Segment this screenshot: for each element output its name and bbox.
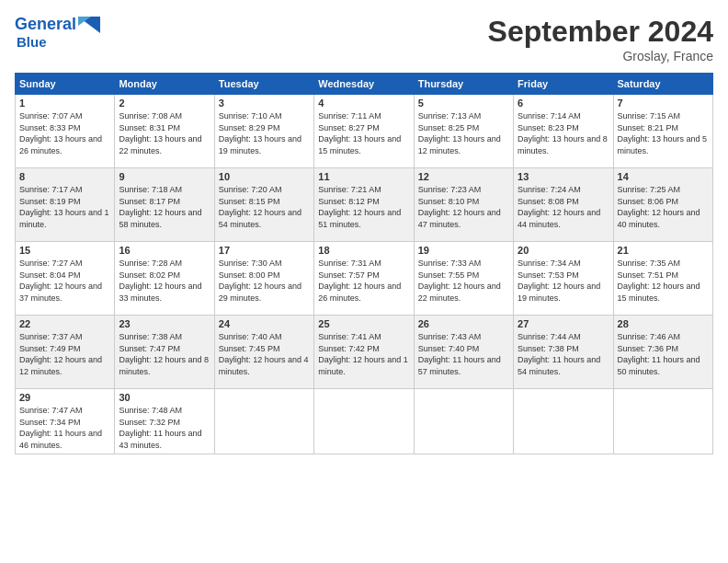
- day-number: 23: [119, 318, 210, 329]
- day-number: 2: [119, 98, 210, 109]
- table-row: 13 Sunrise: 7:24 AM Sunset: 8:08 PM Dayl…: [514, 168, 613, 242]
- table-row: 7 Sunrise: 7:15 AM Sunset: 8:21 PM Dayli…: [613, 95, 712, 168]
- calendar-row-4: 29 Sunrise: 7:47 AM Sunset: 7:34 PM Dayl…: [16, 389, 713, 454]
- table-row: 9 Sunrise: 7:18 AM Sunset: 8:17 PM Dayli…: [115, 168, 214, 242]
- day-number: 14: [618, 171, 709, 182]
- day-detail: Sunrise: 7:43 AM Sunset: 7:40 PM Dayligh…: [418, 331, 509, 377]
- table-row: 16 Sunrise: 7:28 AM Sunset: 8:02 PM Dayl…: [115, 242, 214, 316]
- table-row: 11 Sunrise: 7:21 AM Sunset: 8:12 PM Dayl…: [314, 168, 414, 242]
- day-number: 1: [19, 98, 110, 109]
- day-number: 3: [219, 98, 310, 109]
- table-row: 15 Sunrise: 7:27 AM Sunset: 8:04 PM Dayl…: [16, 242, 115, 316]
- day-number: 6: [518, 98, 609, 109]
- day-detail: Sunrise: 7:33 AM Sunset: 7:55 PM Dayligh…: [418, 258, 509, 304]
- table-row: [613, 389, 712, 454]
- day-detail: Sunrise: 7:10 AM Sunset: 8:29 PM Dayligh…: [219, 110, 310, 156]
- day-number: 4: [318, 98, 409, 109]
- day-detail: Sunrise: 7:13 AM Sunset: 8:25 PM Dayligh…: [418, 110, 509, 156]
- day-number: 8: [19, 171, 110, 182]
- day-detail: Sunrise: 7:35 AM Sunset: 7:51 PM Dayligh…: [618, 258, 709, 304]
- table-row: 10 Sunrise: 7:20 AM Sunset: 8:15 PM Dayl…: [214, 168, 313, 242]
- day-number: 17: [219, 245, 310, 256]
- day-number: 27: [518, 318, 609, 329]
- title-section: September 2024 Groslay, France: [488, 15, 713, 63]
- day-number: 19: [418, 245, 509, 256]
- col-monday: Monday: [115, 74, 214, 95]
- table-row: 4 Sunrise: 7:11 AM Sunset: 8:27 PM Dayli…: [314, 95, 414, 168]
- table-row: [214, 389, 313, 454]
- day-detail: Sunrise: 7:28 AM Sunset: 8:02 PM Dayligh…: [119, 258, 210, 304]
- day-detail: Sunrise: 7:48 AM Sunset: 7:32 PM Dayligh…: [119, 405, 210, 451]
- day-detail: Sunrise: 7:25 AM Sunset: 8:06 PM Dayligh…: [618, 184, 709, 230]
- logo: General Blue: [15, 15, 100, 50]
- table-row: 2 Sunrise: 7:08 AM Sunset: 8:31 PM Dayli…: [115, 95, 214, 168]
- logo-general: General: [15, 15, 76, 34]
- page: General Blue September 2024 Groslay, Fra…: [0, 0, 728, 563]
- header-row: Sunday Monday Tuesday Wednesday Thursday…: [16, 74, 713, 95]
- day-detail: Sunrise: 7:41 AM Sunset: 7:42 PM Dayligh…: [318, 331, 409, 377]
- table-row: [314, 389, 414, 454]
- day-number: 21: [618, 245, 709, 256]
- table-row: 27 Sunrise: 7:44 AM Sunset: 7:38 PM Dayl…: [514, 316, 613, 389]
- location: Groslay, France: [488, 49, 713, 63]
- table-row: 29 Sunrise: 7:47 AM Sunset: 7:34 PM Dayl…: [16, 389, 115, 454]
- day-number: 9: [119, 171, 210, 182]
- table-row: 21 Sunrise: 7:35 AM Sunset: 7:51 PM Dayl…: [613, 242, 712, 316]
- day-number: 29: [19, 392, 110, 403]
- day-detail: Sunrise: 7:14 AM Sunset: 8:23 PM Dayligh…: [518, 110, 609, 156]
- day-detail: Sunrise: 7:30 AM Sunset: 8:00 PM Dayligh…: [219, 258, 310, 304]
- table-row: 12 Sunrise: 7:23 AM Sunset: 8:10 PM Dayl…: [414, 168, 513, 242]
- day-detail: Sunrise: 7:23 AM Sunset: 8:10 PM Dayligh…: [418, 184, 509, 230]
- day-number: 24: [219, 318, 310, 329]
- table-row: 18 Sunrise: 7:31 AM Sunset: 7:57 PM Dayl…: [314, 242, 414, 316]
- day-number: 7: [618, 98, 709, 109]
- day-number: 18: [318, 245, 409, 256]
- table-row: 14 Sunrise: 7:25 AM Sunset: 8:06 PM Dayl…: [613, 168, 712, 242]
- table-row: 28 Sunrise: 7:46 AM Sunset: 7:36 PM Dayl…: [613, 316, 712, 389]
- col-wednesday: Wednesday: [314, 74, 414, 95]
- day-detail: Sunrise: 7:38 AM Sunset: 7:47 PM Dayligh…: [119, 331, 210, 377]
- table-row: [514, 389, 613, 454]
- day-detail: Sunrise: 7:47 AM Sunset: 7:34 PM Dayligh…: [19, 405, 110, 451]
- table-row: 8 Sunrise: 7:17 AM Sunset: 8:19 PM Dayli…: [16, 168, 115, 242]
- day-detail: Sunrise: 7:31 AM Sunset: 7:57 PM Dayligh…: [318, 258, 409, 304]
- day-detail: Sunrise: 7:34 AM Sunset: 7:53 PM Dayligh…: [518, 258, 609, 304]
- day-number: 16: [119, 245, 210, 256]
- day-detail: Sunrise: 7:40 AM Sunset: 7:45 PM Dayligh…: [219, 331, 310, 377]
- day-detail: Sunrise: 7:20 AM Sunset: 8:15 PM Dayligh…: [219, 184, 310, 230]
- col-saturday: Saturday: [613, 74, 712, 95]
- day-detail: Sunrise: 7:11 AM Sunset: 8:27 PM Dayligh…: [318, 110, 409, 156]
- day-detail: Sunrise: 7:15 AM Sunset: 8:21 PM Dayligh…: [618, 110, 709, 156]
- header: General Blue September 2024 Groslay, Fra…: [15, 15, 713, 63]
- table-row: 20 Sunrise: 7:34 AM Sunset: 7:53 PM Dayl…: [514, 242, 613, 316]
- table-row: 1 Sunrise: 7:07 AM Sunset: 8:33 PM Dayli…: [16, 95, 115, 168]
- table-row: 6 Sunrise: 7:14 AM Sunset: 8:23 PM Dayli…: [514, 95, 613, 168]
- calendar-row-2: 15 Sunrise: 7:27 AM Sunset: 8:04 PM Dayl…: [16, 242, 713, 316]
- day-number: 22: [19, 318, 110, 329]
- day-detail: Sunrise: 7:24 AM Sunset: 8:08 PM Dayligh…: [518, 184, 609, 230]
- table-row: [414, 389, 513, 454]
- table-row: 24 Sunrise: 7:40 AM Sunset: 7:45 PM Dayl…: [214, 316, 313, 389]
- day-detail: Sunrise: 7:07 AM Sunset: 8:33 PM Dayligh…: [19, 110, 110, 156]
- day-number: 15: [19, 245, 110, 256]
- calendar-row-3: 22 Sunrise: 7:37 AM Sunset: 7:49 PM Dayl…: [16, 316, 713, 389]
- day-number: 5: [418, 98, 509, 109]
- day-number: 11: [318, 171, 409, 182]
- table-row: 30 Sunrise: 7:48 AM Sunset: 7:32 PM Dayl…: [115, 389, 214, 454]
- day-number: 10: [219, 171, 310, 182]
- month-title: September 2024: [488, 15, 713, 49]
- day-number: 28: [618, 318, 709, 329]
- day-detail: Sunrise: 7:18 AM Sunset: 8:17 PM Dayligh…: [119, 184, 210, 230]
- table-row: 3 Sunrise: 7:10 AM Sunset: 8:29 PM Dayli…: [214, 95, 313, 168]
- day-detail: Sunrise: 7:46 AM Sunset: 7:36 PM Dayligh…: [618, 331, 709, 377]
- day-detail: Sunrise: 7:08 AM Sunset: 8:31 PM Dayligh…: [119, 110, 210, 156]
- calendar-row-1: 8 Sunrise: 7:17 AM Sunset: 8:19 PM Dayli…: [16, 168, 713, 242]
- day-number: 20: [518, 245, 609, 256]
- day-number: 26: [418, 318, 509, 329]
- col-friday: Friday: [514, 74, 613, 95]
- table-row: 19 Sunrise: 7:33 AM Sunset: 7:55 PM Dayl…: [414, 242, 513, 316]
- col-tuesday: Tuesday: [214, 74, 313, 95]
- day-detail: Sunrise: 7:44 AM Sunset: 7:38 PM Dayligh…: [518, 331, 609, 377]
- table-row: 23 Sunrise: 7:38 AM Sunset: 7:47 PM Dayl…: [115, 316, 214, 389]
- table-row: 5 Sunrise: 7:13 AM Sunset: 8:25 PM Dayli…: [414, 95, 513, 168]
